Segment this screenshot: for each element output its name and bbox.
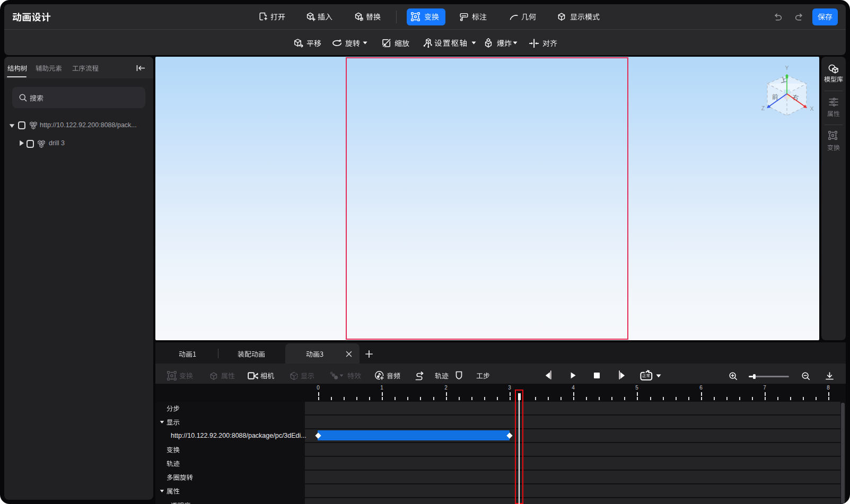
- svg-text:前: 前: [772, 93, 778, 101]
- svg-text:Z: Z: [761, 105, 765, 111]
- svg-text:X: X: [810, 105, 813, 112]
- svg-text:Y: Y: [785, 65, 788, 71]
